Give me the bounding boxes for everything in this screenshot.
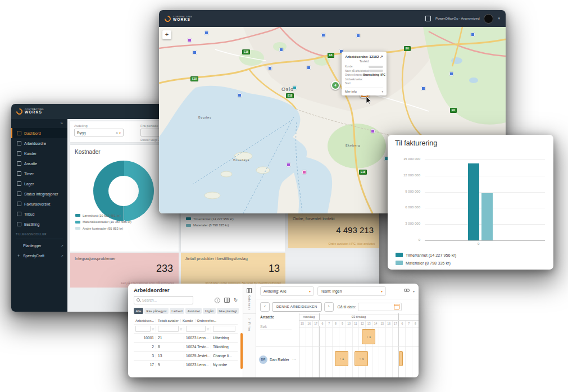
planner-pane: Avdeling: Alle ▾ Team: Ingen ▾ ▾ ‹ DENNE…	[256, 284, 419, 377]
map-marker[interactable]	[321, 33, 325, 37]
column-header[interactable]: Arbeidsor...	[134, 319, 156, 322]
team-filter-select[interactable]: Team: Ingen ▾	[317, 286, 386, 296]
legend-item[interactable]: Materialer (8 798 335 kr)	[186, 222, 234, 229]
map-marker[interactable]	[307, 66, 311, 70]
map-cluster-marker[interactable]: 4	[331, 81, 340, 90]
map-marker[interactable]	[449, 72, 453, 76]
column-header[interactable]: Totalt avtaler	[156, 319, 181, 322]
popup-more-row[interactable]: Mer info ▾	[345, 88, 383, 93]
fullscreen-icon[interactable]	[425, 16, 431, 21]
avatar[interactable]	[484, 14, 493, 24]
map-marker[interactable]	[302, 170, 306, 174]
search-input[interactable]: Search...	[134, 296, 193, 304]
column-header[interactable]: Kunde	[181, 319, 196, 322]
table-row[interactable]: 10001 21 10023 Lenn... Utbedring	[134, 333, 238, 342]
clear-icon[interactable]: ×	[115, 131, 119, 135]
map-marker[interactable]	[293, 86, 297, 90]
map-marker[interactable]	[421, 86, 425, 90]
schedule-block[interactable]: ◔ 4	[355, 351, 368, 366]
sidebar-item[interactable]: Ansatte	[11, 158, 67, 168]
kpi-tile-produkter[interactable]: Antall produkter i bestillingsforslag 13…	[181, 253, 285, 288]
table-row[interactable]: 17 9 10023 Lenn... Ny ordre	[134, 360, 238, 369]
map-marker[interactable]	[279, 48, 283, 52]
assign-users-icon[interactable]	[403, 289, 410, 294]
map-marker[interactable]	[205, 31, 208, 35]
sidebar-item[interactable]: Dashbord	[11, 128, 67, 138]
funnel-icon[interactable]: ▽	[207, 327, 209, 331]
map-marker[interactable]	[238, 93, 242, 97]
sidebar-item[interactable]: Tilbud	[11, 209, 67, 219]
table-side-tabs: Kolonner ▽ Filtre	[243, 284, 256, 377]
map-marker[interactable]	[356, 34, 360, 38]
popup-link[interactable]: Tavleid	[345, 60, 383, 63]
map-zoom-in-button[interactable]: +	[162, 30, 171, 39]
table-row[interactable]: 2 8 10024 Testc... Tilkobling	[134, 342, 238, 351]
kpi-tile-ordre[interactable]: Ordre, forventet inntekt 4 493 213 Ordre…	[288, 213, 379, 248]
legend-item[interactable]: Timer/annet (14 227 956 kr)	[186, 216, 234, 222]
sidebar-item[interactable]: Fakturaoversikt	[11, 199, 67, 209]
avdeling-select[interactable]: Bygg × ▾	[74, 129, 124, 136]
more-options-icon[interactable]: ⋯	[292, 358, 297, 362]
legend-item[interactable]: Timer/annet (14 227 956 kr)	[396, 251, 456, 259]
map-marker[interactable]	[287, 163, 290, 167]
schedule-block[interactable]: ◔ 1	[335, 351, 348, 366]
tab-filtre[interactable]: ▽ Filtre	[243, 317, 256, 335]
schedule-block[interactable]: ◔ 1	[362, 329, 375, 344]
status-chip[interactable]: I arbeid	[170, 308, 184, 314]
legend-item[interactable]: Lønnskost (10 613 481 kr)	[75, 212, 131, 219]
calendar-icon[interactable]	[394, 304, 399, 309]
bar-timer-annet[interactable]	[468, 163, 479, 240]
schedule-block-clipped[interactable]	[399, 351, 403, 366]
day-header	[399, 313, 419, 320]
status-chip[interactable]: Alle	[134, 308, 143, 314]
column-filter-input[interactable]	[213, 326, 235, 332]
refresh-icon[interactable]: ↻	[234, 298, 238, 303]
kpi-tile-integrasjoner[interactable]: Integrasjonsproblemer 233 Feil på integr…	[70, 253, 179, 288]
sidebar-item[interactable]: Timer	[11, 168, 67, 179]
goto-date-input[interactable]	[358, 303, 402, 311]
table-row[interactable]: 3 13 10025 Jestet... Change li...	[134, 351, 238, 360]
chevron-down-icon[interactable]: ▾	[498, 16, 500, 21]
bar-materialer[interactable]	[481, 193, 493, 240]
avdeling-filter-select[interactable]: Avdeling: Alle ▾	[260, 286, 314, 296]
sidebar-item[interactable]: Bestilling	[11, 219, 67, 229]
status-chip[interactable]: Utgått	[203, 308, 215, 314]
sidebar-collapse-button[interactable]: »	[11, 120, 67, 128]
open-link-icon[interactable]: ↗	[380, 54, 383, 58]
sidebar-item-external[interactable]: Planlegger ↗	[11, 240, 67, 250]
timeline[interactable]: mandag 03 tirsdag 1516176789101112131415…	[299, 313, 419, 377]
columns-icon[interactable]	[224, 298, 230, 303]
column-filter-input[interactable]	[135, 326, 151, 332]
sidebar-item[interactable]: Kunder	[11, 148, 67, 158]
status-chip[interactable]: Avsluttet	[185, 308, 202, 314]
next-week-button[interactable]: ›	[324, 302, 334, 312]
map-marker[interactable]	[268, 66, 272, 70]
map-marker[interactable]	[371, 129, 375, 133]
prev-week-button[interactable]: ‹	[260, 302, 270, 312]
map-marker[interactable]	[471, 33, 475, 37]
table-scrollbar[interactable]	[240, 333, 243, 369]
current-week-button[interactable]: DENNE ARBEIDSUKEN	[272, 302, 322, 312]
status-chip[interactable]: Ikke påbegynt	[144, 308, 169, 314]
column-filter-input[interactable]	[158, 326, 179, 332]
column-header[interactable]: Ordrerefer...	[196, 319, 218, 322]
export-icon[interactable]	[215, 298, 220, 303]
tab-kolonner[interactable]: Kolonner	[243, 288, 256, 314]
legend-swatch	[186, 217, 191, 220]
legend-item[interactable]: Materialer (8 798 335 kr)	[396, 259, 456, 267]
map-marker[interactable]	[193, 51, 197, 54]
legend-item[interactable]: Materialkostnader (10 354 685 kr)	[75, 219, 131, 226]
sidebar-item[interactable]: Status integrasjoner	[11, 189, 67, 199]
funnel-icon[interactable]: ▽	[180, 327, 182, 331]
column-filter-input[interactable]	[186, 326, 206, 332]
sidebar-item-external[interactable]: + SpeedyCraft ↗	[11, 250, 67, 261]
funnel-icon[interactable]: ▽	[152, 327, 154, 331]
map-marker[interactable]	[188, 38, 192, 42]
sidebar-item[interactable]: Lager	[11, 179, 67, 189]
caret-down-icon[interactable]: ▾	[413, 289, 415, 293]
employee-search-input[interactable]: Søk	[260, 325, 292, 330]
legend-item[interactable]: Andre kostnader (95 853 kr)	[75, 225, 131, 232]
status-chip[interactable]: Ikke planlagt	[217, 308, 239, 314]
employee-row[interactable]: DR Dan Røhler ⋯	[256, 346, 299, 373]
sidebar-item[interactable]: Arbeidsordre	[11, 138, 67, 148]
